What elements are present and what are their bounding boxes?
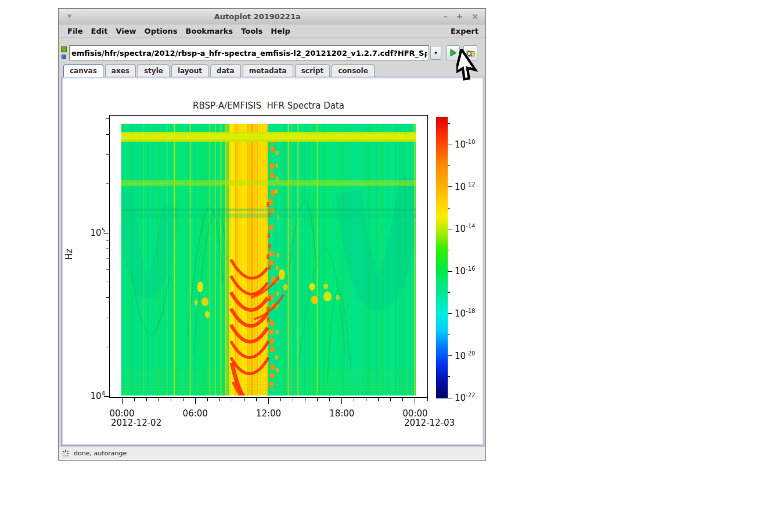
- menu-help[interactable]: Help: [267, 27, 294, 35]
- tab-metadata[interactable]: metadata: [243, 64, 293, 77]
- minimize-button[interactable]: –: [444, 12, 448, 21]
- spectrogram-canvas[interactable]: [121, 124, 416, 396]
- menu-edit[interactable]: Edit: [87, 27, 112, 35]
- menu-options[interactable]: Options: [141, 27, 182, 35]
- status-bar: done, autorange: [59, 446, 485, 460]
- menu-tools[interactable]: Tools: [237, 27, 267, 35]
- window-controls: – + ×: [444, 12, 485, 21]
- tab-data[interactable]: data: [210, 64, 241, 77]
- title-bar: ▼ Autoplot 20190221a – + ×: [59, 9, 485, 24]
- status-text: done, autorange: [74, 450, 127, 457]
- datasource-blue-icon[interactable]: [62, 55, 66, 59]
- mouse-cursor: [456, 49, 487, 85]
- tab-script[interactable]: script: [295, 64, 330, 77]
- menu-bar: File Edit View Options Bookmarks Tools H…: [59, 24, 485, 38]
- tab-axes[interactable]: axes: [105, 64, 136, 77]
- menu-bookmarks[interactable]: Bookmarks: [182, 27, 237, 35]
- maximize-button[interactable]: +: [456, 12, 463, 21]
- tab-layout[interactable]: layout: [171, 64, 208, 77]
- tab-console[interactable]: console: [332, 64, 375, 77]
- menu-view[interactable]: View: [111, 27, 140, 35]
- tab-bar: canvas axes style layout data metadata s…: [59, 64, 376, 77]
- uri-input[interactable]: [69, 45, 429, 60]
- menu-file[interactable]: File: [63, 27, 87, 35]
- window-menu-icon[interactable]: ▼: [59, 13, 71, 19]
- uri-dropdown-button[interactable]: ▼: [430, 46, 441, 60]
- datasource-green-icon[interactable]: [61, 46, 67, 52]
- chevron-down-icon: ▼: [434, 51, 438, 56]
- window-title: Autoplot 20190221a: [71, 12, 444, 21]
- close-button[interactable]: ×: [472, 12, 478, 21]
- expert-label[interactable]: Expert: [451, 27, 480, 35]
- tab-canvas[interactable]: canvas: [63, 64, 103, 77]
- tab-style[interactable]: style: [138, 64, 170, 77]
- autoplot-window: ▼ Autoplot 20190221a – + × File Edit Vie…: [58, 8, 486, 461]
- busy-icon: [62, 450, 70, 458]
